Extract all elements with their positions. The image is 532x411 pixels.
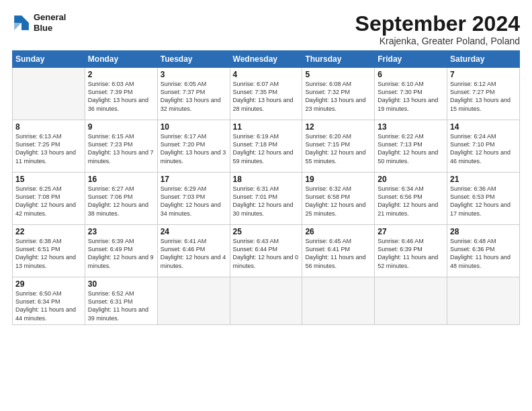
day-info: Sunrise: 6:50 AM Sunset: 6:34 PM Dayligh… bbox=[15, 289, 82, 322]
table-row: 28Sunrise: 6:48 AM Sunset: 6:36 PM Dayli… bbox=[447, 225, 520, 277]
table-row bbox=[447, 277, 520, 325]
logo-text-blue: Blue bbox=[34, 23, 66, 34]
day-number: 15 bbox=[15, 175, 82, 184]
table-row: 17Sunrise: 6:29 AM Sunset: 7:03 PM Dayli… bbox=[157, 173, 230, 225]
day-info: Sunrise: 6:22 AM Sunset: 7:13 PM Dayligh… bbox=[378, 132, 444, 165]
day-info: Sunrise: 6:15 AM Sunset: 7:23 PM Dayligh… bbox=[88, 132, 154, 165]
table-row: 24Sunrise: 6:41 AM Sunset: 6:46 PM Dayli… bbox=[157, 225, 230, 277]
day-info: Sunrise: 6:05 AM Sunset: 7:37 PM Dayligh… bbox=[161, 80, 227, 113]
day-info: Sunrise: 6:41 AM Sunset: 6:46 PM Dayligh… bbox=[161, 237, 227, 270]
calendar-week-row: 15Sunrise: 6:25 AM Sunset: 7:08 PM Dayli… bbox=[13, 173, 520, 225]
table-row: 13Sunrise: 6:22 AM Sunset: 7:13 PM Dayli… bbox=[375, 120, 447, 173]
day-info: Sunrise: 6:29 AM Sunset: 7:03 PM Dayligh… bbox=[161, 185, 227, 218]
table-row: 22Sunrise: 6:38 AM Sunset: 6:51 PM Dayli… bbox=[13, 225, 85, 277]
day-number: 12 bbox=[305, 122, 371, 132]
table-row: 10Sunrise: 6:17 AM Sunset: 7:20 PM Dayli… bbox=[157, 120, 230, 173]
header-tuesday: Tuesday bbox=[157, 51, 230, 68]
day-info: Sunrise: 6:52 AM Sunset: 6:31 PM Dayligh… bbox=[88, 289, 154, 322]
day-info: Sunrise: 6:03 AM Sunset: 7:39 PM Dayligh… bbox=[88, 80, 154, 113]
header-thursday: Thursday bbox=[302, 51, 375, 68]
table-row: 29Sunrise: 6:50 AM Sunset: 6:34 PM Dayli… bbox=[13, 277, 85, 325]
header-saturday: Saturday bbox=[447, 51, 520, 68]
table-row: 9Sunrise: 6:15 AM Sunset: 7:23 PM Daylig… bbox=[85, 120, 157, 173]
day-number: 23 bbox=[88, 227, 154, 236]
table-row: 21Sunrise: 6:36 AM Sunset: 6:53 PM Dayli… bbox=[447, 173, 520, 225]
month-title: September 2024 bbox=[355, 12, 520, 36]
day-number: 7 bbox=[450, 70, 517, 79]
logo-icon bbox=[12, 13, 31, 32]
logo-text-general: General bbox=[34, 12, 66, 23]
logo: General Blue bbox=[12, 12, 66, 33]
table-row: 8Sunrise: 6:13 AM Sunset: 7:25 PM Daylig… bbox=[13, 120, 85, 173]
day-number: 13 bbox=[378, 122, 444, 132]
day-number: 3 bbox=[161, 70, 227, 79]
table-row bbox=[13, 68, 85, 120]
day-info: Sunrise: 6:34 AM Sunset: 6:56 PM Dayligh… bbox=[378, 185, 444, 218]
day-number: 17 bbox=[161, 175, 227, 184]
day-info: Sunrise: 6:24 AM Sunset: 7:10 PM Dayligh… bbox=[450, 132, 517, 165]
table-row bbox=[230, 277, 302, 325]
day-number: 24 bbox=[161, 227, 227, 236]
table-row: 25Sunrise: 6:43 AM Sunset: 6:44 PM Dayli… bbox=[230, 225, 302, 277]
table-row: 16Sunrise: 6:27 AM Sunset: 7:06 PM Dayli… bbox=[85, 173, 157, 225]
table-row: 30Sunrise: 6:52 AM Sunset: 6:31 PM Dayli… bbox=[85, 277, 157, 325]
day-number: 6 bbox=[378, 70, 444, 79]
calendar-container: General Blue September 2024 Krajenka, Gr… bbox=[0, 0, 532, 332]
table-row: 19Sunrise: 6:32 AM Sunset: 6:58 PM Dayli… bbox=[302, 173, 375, 225]
calendar-week-row: 29Sunrise: 6:50 AM Sunset: 6:34 PM Dayli… bbox=[13, 277, 520, 325]
calendar-week-row: 8Sunrise: 6:13 AM Sunset: 7:25 PM Daylig… bbox=[13, 120, 520, 173]
day-info: Sunrise: 6:27 AM Sunset: 7:06 PM Dayligh… bbox=[88, 185, 154, 218]
table-row: 12Sunrise: 6:20 AM Sunset: 7:15 PM Dayli… bbox=[302, 120, 375, 173]
table-row: 3Sunrise: 6:05 AM Sunset: 7:37 PM Daylig… bbox=[157, 68, 230, 120]
table-row: 27Sunrise: 6:46 AM Sunset: 6:39 PM Dayli… bbox=[375, 225, 447, 277]
day-number: 11 bbox=[233, 122, 300, 132]
day-info: Sunrise: 6:36 AM Sunset: 6:53 PM Dayligh… bbox=[450, 185, 517, 218]
header-friday: Friday bbox=[375, 51, 447, 68]
day-number: 25 bbox=[233, 227, 300, 236]
day-number: 28 bbox=[450, 227, 517, 236]
day-info: Sunrise: 6:43 AM Sunset: 6:44 PM Dayligh… bbox=[233, 237, 300, 270]
day-number: 10 bbox=[161, 122, 227, 132]
svg-marker-2 bbox=[21, 23, 29, 30]
table-row: 26Sunrise: 6:45 AM Sunset: 6:41 PM Dayli… bbox=[302, 225, 375, 277]
day-info: Sunrise: 6:32 AM Sunset: 6:58 PM Dayligh… bbox=[305, 185, 371, 218]
day-number: 16 bbox=[88, 175, 154, 184]
day-number: 18 bbox=[233, 175, 300, 184]
header: General Blue September 2024 Krajenka, Gr… bbox=[12, 12, 520, 46]
table-row: 6Sunrise: 6:10 AM Sunset: 7:30 PM Daylig… bbox=[375, 68, 447, 120]
day-number: 5 bbox=[305, 70, 371, 79]
day-number: 19 bbox=[305, 175, 371, 184]
day-info: Sunrise: 6:17 AM Sunset: 7:20 PM Dayligh… bbox=[161, 132, 227, 165]
header-sunday: Sunday bbox=[13, 51, 85, 68]
header-monday: Monday bbox=[85, 51, 157, 68]
day-info: Sunrise: 6:08 AM Sunset: 7:32 PM Dayligh… bbox=[305, 80, 371, 113]
svg-marker-3 bbox=[14, 15, 21, 23]
calendar-week-row: 2Sunrise: 6:03 AM Sunset: 7:39 PM Daylig… bbox=[13, 68, 520, 120]
table-row bbox=[302, 277, 375, 325]
day-info: Sunrise: 6:12 AM Sunset: 7:27 PM Dayligh… bbox=[450, 80, 517, 113]
day-number: 22 bbox=[15, 227, 82, 236]
day-info: Sunrise: 6:20 AM Sunset: 7:15 PM Dayligh… bbox=[305, 132, 371, 165]
day-info: Sunrise: 6:45 AM Sunset: 6:41 PM Dayligh… bbox=[305, 237, 371, 270]
table-row: 14Sunrise: 6:24 AM Sunset: 7:10 PM Dayli… bbox=[447, 120, 520, 173]
day-number: 4 bbox=[233, 70, 300, 79]
day-info: Sunrise: 6:19 AM Sunset: 7:18 PM Dayligh… bbox=[233, 132, 300, 165]
day-info: Sunrise: 6:31 AM Sunset: 7:01 PM Dayligh… bbox=[233, 185, 300, 218]
day-info: Sunrise: 6:38 AM Sunset: 6:51 PM Dayligh… bbox=[15, 237, 82, 270]
day-number: 21 bbox=[450, 175, 517, 184]
day-number: 2 bbox=[88, 70, 154, 79]
day-info: Sunrise: 6:25 AM Sunset: 7:08 PM Dayligh… bbox=[15, 185, 82, 218]
header-wednesday: Wednesday bbox=[230, 51, 302, 68]
table-row: 2Sunrise: 6:03 AM Sunset: 7:39 PM Daylig… bbox=[85, 68, 157, 120]
day-number: 8 bbox=[15, 122, 82, 132]
day-info: Sunrise: 6:48 AM Sunset: 6:36 PM Dayligh… bbox=[450, 237, 517, 270]
title-block: September 2024 Krajenka, Greater Poland,… bbox=[355, 12, 520, 46]
day-number: 27 bbox=[378, 227, 444, 236]
table-row: 18Sunrise: 6:31 AM Sunset: 7:01 PM Dayli… bbox=[230, 173, 302, 225]
day-info: Sunrise: 6:46 AM Sunset: 6:39 PM Dayligh… bbox=[378, 237, 444, 270]
day-info: Sunrise: 6:10 AM Sunset: 7:30 PM Dayligh… bbox=[378, 80, 444, 113]
table-row: 11Sunrise: 6:19 AM Sunset: 7:18 PM Dayli… bbox=[230, 120, 302, 173]
location-subtitle: Krajenka, Greater Poland, Poland bbox=[355, 36, 520, 46]
day-number: 20 bbox=[378, 175, 444, 184]
table-row: 15Sunrise: 6:25 AM Sunset: 7:08 PM Dayli… bbox=[13, 173, 85, 225]
